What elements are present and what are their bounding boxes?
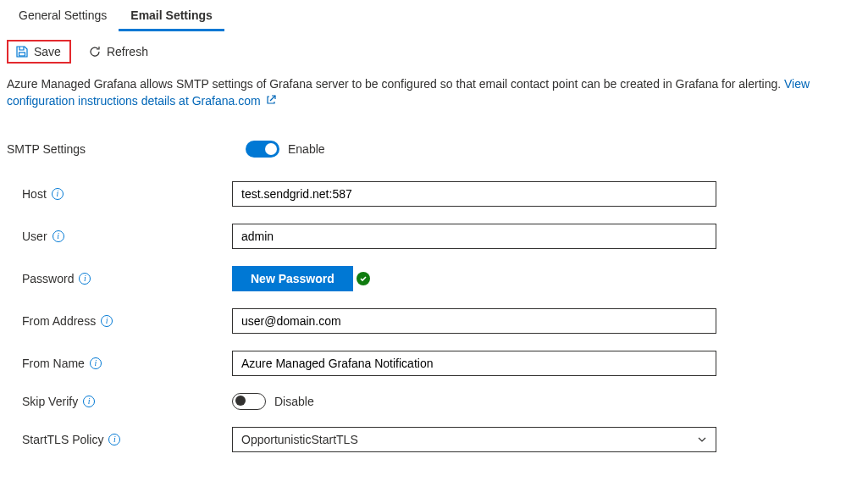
refresh-icon (88, 45, 102, 58)
skip-verify-toggle[interactable] (232, 393, 266, 410)
external-link-icon (266, 95, 276, 105)
user-input[interactable] (232, 224, 716, 249)
tab-general-settings[interactable]: General Settings (7, 0, 119, 31)
starttls-select[interactable]: OpportunisticStartTLS (232, 427, 716, 452)
info-icon[interactable]: i (53, 230, 64, 242)
description-text: Azure Managed Grafana allows SMTP settin… (7, 77, 784, 91)
password-label: Password (22, 272, 74, 285)
from-address-label: From Address (22, 314, 96, 328)
check-icon (357, 272, 370, 285)
info-icon[interactable]: i (52, 188, 64, 200)
tab-email-settings[interactable]: Email Settings (119, 0, 224, 31)
refresh-label: Refresh (107, 45, 148, 58)
info-icon[interactable]: i (83, 396, 95, 407)
skip-verify-label: Skip Verify (22, 395, 78, 408)
starttls-label: StartTLS Policy (22, 433, 103, 446)
starttls-value: OpportunisticStartTLS (241, 433, 358, 446)
refresh-button[interactable]: Refresh (86, 42, 150, 62)
chevron-down-icon (697, 434, 707, 445)
from-name-label: From Name (22, 357, 85, 370)
host-label: Host (22, 187, 47, 201)
info-icon[interactable]: i (108, 434, 120, 445)
smtp-settings-label: SMTP Settings (7, 142, 246, 156)
save-button[interactable]: Save (7, 40, 71, 64)
info-icon[interactable]: i (101, 315, 113, 327)
save-label: Save (34, 45, 61, 58)
smtp-enable-label: Enable (288, 142, 325, 156)
host-input[interactable] (232, 181, 716, 207)
new-password-button[interactable]: New Password (232, 266, 353, 291)
info-icon[interactable]: i (79, 273, 91, 285)
from-address-input[interactable] (232, 308, 716, 334)
save-icon (15, 45, 29, 58)
skip-verify-state: Disable (274, 395, 314, 408)
user-label: User (22, 230, 47, 243)
svg-rect-0 (19, 53, 25, 56)
description: Azure Managed Grafana allows SMTP settin… (0, 72, 868, 117)
from-name-input[interactable] (232, 351, 716, 376)
smtp-enable-toggle[interactable] (246, 141, 279, 158)
info-icon[interactable]: i (90, 357, 102, 369)
